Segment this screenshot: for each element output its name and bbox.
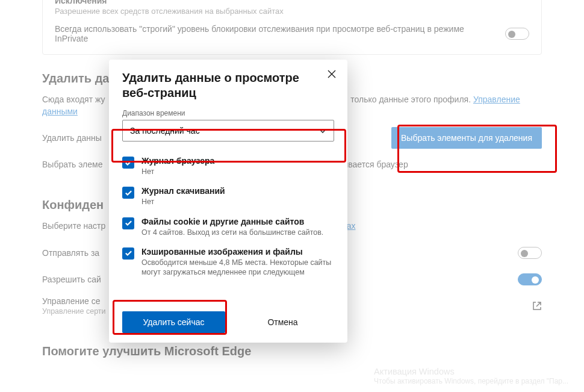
dialog-title: Удалить данные о просмотре веб-страниц bbox=[122, 70, 334, 101]
item-text: Файлы cookie и другие данные сайтов От 4… bbox=[141, 217, 323, 237]
item-label: Журнал скачиваний bbox=[141, 186, 225, 196]
cancel-button[interactable]: Отмена bbox=[231, 311, 334, 333]
item-label: Журнал браузера bbox=[141, 156, 214, 166]
time-range-label: Диапазон времени bbox=[122, 109, 334, 117]
clear-now-button[interactable]: Удалить сейчас bbox=[122, 311, 225, 333]
item-text: Журнал браузера Нет bbox=[141, 156, 214, 176]
checkbox-cookies[interactable] bbox=[122, 217, 134, 229]
checkbox-cached[interactable] bbox=[122, 247, 134, 260]
item-sub: Нет bbox=[141, 167, 214, 176]
close-icon bbox=[328, 70, 336, 78]
time-range-select[interactable]: За последний час bbox=[122, 120, 334, 142]
chevron-down-icon bbox=[318, 126, 327, 135]
clear-items-list: Журнал браузера Нет Журнал скачиваний Не… bbox=[122, 152, 334, 305]
item-download-history: Журнал скачиваний Нет bbox=[122, 182, 334, 213]
checkmark-icon bbox=[125, 249, 132, 257]
dialog-close-button[interactable] bbox=[325, 67, 339, 81]
item-sub: От 4 сайтов. Выход из сети на большинств… bbox=[141, 228, 323, 237]
checkbox-download-history[interactable] bbox=[122, 187, 134, 199]
checkmark-icon bbox=[125, 159, 132, 167]
time-range-field: За последний час bbox=[122, 120, 334, 142]
clear-data-dialog: Удалить данные о просмотре веб-страниц Д… bbox=[109, 60, 347, 343]
item-text: Кэшированные изображения и файлы Освобод… bbox=[141, 247, 334, 278]
dialog-actions: Удалить сейчас Отмена bbox=[122, 311, 334, 333]
item-label: Файлы cookie и другие данные сайтов bbox=[141, 217, 323, 226]
time-range-value: За последний час bbox=[130, 126, 200, 135]
item-cookies: Файлы cookie и другие данные сайтов От 4… bbox=[122, 213, 334, 243]
checkmark-icon bbox=[125, 219, 132, 227]
item-cached: Кэшированные изображения и файлы Освобод… bbox=[122, 243, 334, 284]
item-browsing-history: Журнал браузера Нет bbox=[122, 152, 334, 182]
item-sub: Нет bbox=[141, 197, 225, 207]
item-text: Журнал скачиваний Нет bbox=[141, 186, 225, 207]
item-label: Кэшированные изображения и файлы bbox=[141, 247, 334, 257]
checkbox-browsing-history[interactable] bbox=[122, 157, 134, 169]
checkmark-icon bbox=[125, 189, 132, 197]
item-sub: Освободится меньше 4,8 МБ места. Некотор… bbox=[141, 258, 334, 278]
